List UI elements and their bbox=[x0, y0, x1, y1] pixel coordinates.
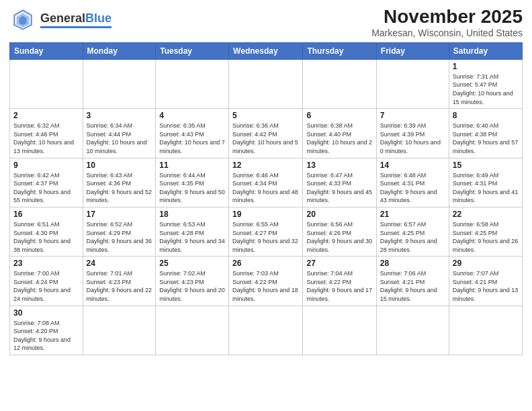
day-info: Sunrise: 6:55 AM Sunset: 4:27 PM Dayligh… bbox=[232, 220, 299, 254]
day-info: Sunrise: 6:36 AM Sunset: 4:42 PM Dayligh… bbox=[232, 122, 299, 155]
day-number: 18 bbox=[159, 210, 225, 219]
day-number: 22 bbox=[453, 210, 519, 219]
calendar-cell bbox=[156, 306, 229, 355]
day-info: Sunrise: 6:43 AM Sunset: 4:36 PM Dayligh… bbox=[87, 171, 152, 205]
calendar-cell: 22Sunrise: 6:58 AM Sunset: 4:25 PM Dayli… bbox=[449, 207, 522, 256]
day-number: 21 bbox=[380, 210, 445, 219]
column-header-thursday: Thursday bbox=[303, 42, 376, 59]
calendar-week-3: 9Sunrise: 6:42 AM Sunset: 4:37 PM Daylig… bbox=[10, 158, 523, 207]
day-info: Sunrise: 7:03 AM Sunset: 4:22 PM Dayligh… bbox=[232, 269, 299, 303]
calendar-cell: 9Sunrise: 6:42 AM Sunset: 4:37 PM Daylig… bbox=[10, 158, 83, 207]
day-info: Sunrise: 6:51 AM Sunset: 4:30 PM Dayligh… bbox=[13, 220, 79, 254]
calendar-cell bbox=[303, 306, 376, 355]
day-info: Sunrise: 6:38 AM Sunset: 4:40 PM Dayligh… bbox=[306, 122, 372, 155]
day-number: 13 bbox=[306, 161, 372, 170]
calendar-cell bbox=[156, 59, 229, 108]
month-title: November 2025 bbox=[371, 7, 523, 28]
day-number: 28 bbox=[380, 259, 445, 268]
calendar-header-row: SundayMondayTuesdayWednesdayThursdayFrid… bbox=[10, 42, 523, 59]
calendar-cell bbox=[376, 59, 449, 108]
column-header-saturday: Saturday bbox=[449, 42, 522, 59]
logo-name-line: GeneralBlue bbox=[40, 11, 112, 26]
calendar-cell: 7Sunrise: 6:39 AM Sunset: 4:39 PM Daylig… bbox=[376, 109, 449, 158]
logo-icon bbox=[9, 7, 36, 32]
day-number: 2 bbox=[13, 111, 79, 120]
header: GeneralBlue November 2025 Markesan, Wisc… bbox=[9, 7, 523, 38]
calendar-week-2: 2Sunrise: 6:32 AM Sunset: 4:46 PM Daylig… bbox=[10, 109, 523, 158]
calendar-cell: 13Sunrise: 6:47 AM Sunset: 4:33 PM Dayli… bbox=[303, 158, 376, 207]
day-number: 25 bbox=[159, 259, 225, 268]
day-info: Sunrise: 6:44 AM Sunset: 4:35 PM Dayligh… bbox=[159, 171, 225, 205]
day-info: Sunrise: 6:58 AM Sunset: 4:25 PM Dayligh… bbox=[453, 220, 519, 254]
column-header-friday: Friday bbox=[376, 42, 449, 59]
calendar-cell: 26Sunrise: 7:03 AM Sunset: 4:22 PM Dayli… bbox=[229, 257, 303, 306]
day-number: 3 bbox=[87, 111, 152, 120]
day-info: Sunrise: 6:46 AM Sunset: 4:34 PM Dayligh… bbox=[232, 171, 299, 205]
day-number: 6 bbox=[306, 111, 372, 120]
calendar-table: SundayMondayTuesdayWednesdayThursdayFrid… bbox=[9, 42, 523, 355]
calendar-cell bbox=[83, 59, 156, 108]
column-header-sunday: Sunday bbox=[10, 42, 83, 59]
day-number: 12 bbox=[232, 161, 299, 170]
day-number: 8 bbox=[453, 111, 519, 120]
day-info: Sunrise: 7:01 AM Sunset: 4:23 PM Dayligh… bbox=[87, 269, 152, 303]
day-number: 17 bbox=[87, 210, 152, 219]
day-number: 29 bbox=[453, 259, 519, 268]
logo-text-block: GeneralBlue bbox=[40, 11, 112, 28]
logo-underline bbox=[40, 26, 112, 28]
calendar-cell: 12Sunrise: 6:46 AM Sunset: 4:34 PM Dayli… bbox=[229, 158, 303, 207]
logo-general: General bbox=[40, 11, 85, 26]
day-number: 24 bbox=[87, 259, 152, 268]
day-info: Sunrise: 6:40 AM Sunset: 4:38 PM Dayligh… bbox=[453, 122, 519, 155]
day-info: Sunrise: 6:52 AM Sunset: 4:29 PM Dayligh… bbox=[87, 220, 152, 254]
day-info: Sunrise: 7:00 AM Sunset: 4:24 PM Dayligh… bbox=[13, 269, 79, 303]
calendar-cell bbox=[376, 306, 449, 355]
day-info: Sunrise: 6:42 AM Sunset: 4:37 PM Dayligh… bbox=[13, 171, 79, 205]
calendar-cell: 18Sunrise: 6:53 AM Sunset: 4:28 PM Dayli… bbox=[156, 207, 229, 256]
day-number: 1 bbox=[453, 62, 519, 71]
day-number: 5 bbox=[232, 111, 299, 120]
calendar-week-6: 30Sunrise: 7:08 AM Sunset: 4:20 PM Dayli… bbox=[10, 306, 523, 355]
day-number: 4 bbox=[159, 111, 225, 120]
calendar-cell bbox=[303, 59, 376, 108]
calendar-cell: 8Sunrise: 6:40 AM Sunset: 4:38 PM Daylig… bbox=[449, 109, 522, 158]
day-info: Sunrise: 6:57 AM Sunset: 4:25 PM Dayligh… bbox=[380, 220, 445, 254]
column-header-wednesday: Wednesday bbox=[229, 42, 303, 59]
day-number: 19 bbox=[232, 210, 299, 219]
day-info: Sunrise: 6:49 AM Sunset: 4:31 PM Dayligh… bbox=[453, 171, 519, 205]
day-info: Sunrise: 6:35 AM Sunset: 4:43 PM Dayligh… bbox=[159, 122, 225, 155]
calendar-cell: 6Sunrise: 6:38 AM Sunset: 4:40 PM Daylig… bbox=[303, 109, 376, 158]
calendar-cell: 17Sunrise: 6:52 AM Sunset: 4:29 PM Dayli… bbox=[83, 207, 156, 256]
day-number: 23 bbox=[13, 259, 79, 268]
calendar-cell: 4Sunrise: 6:35 AM Sunset: 4:43 PM Daylig… bbox=[156, 109, 229, 158]
calendar-cell: 10Sunrise: 6:43 AM Sunset: 4:36 PM Dayli… bbox=[83, 158, 156, 207]
calendar-cell bbox=[229, 306, 303, 355]
calendar-cell bbox=[10, 59, 83, 108]
calendar-cell: 29Sunrise: 7:07 AM Sunset: 4:21 PM Dayli… bbox=[449, 257, 522, 306]
calendar-week-4: 16Sunrise: 6:51 AM Sunset: 4:30 PM Dayli… bbox=[10, 207, 523, 256]
page: GeneralBlue November 2025 Markesan, Wisc… bbox=[0, 0, 532, 362]
day-info: Sunrise: 7:31 AM Sunset: 5:47 PM Dayligh… bbox=[453, 73, 519, 106]
calendar-cell: 23Sunrise: 7:00 AM Sunset: 4:24 PM Dayli… bbox=[10, 257, 83, 306]
calendar-cell: 25Sunrise: 7:02 AM Sunset: 4:23 PM Dayli… bbox=[156, 257, 229, 306]
day-info: Sunrise: 7:08 AM Sunset: 4:20 PM Dayligh… bbox=[13, 319, 79, 353]
calendar-cell: 20Sunrise: 6:56 AM Sunset: 4:26 PM Dayli… bbox=[303, 207, 376, 256]
day-info: Sunrise: 6:39 AM Sunset: 4:39 PM Dayligh… bbox=[380, 122, 445, 155]
calendar-cell: 16Sunrise: 6:51 AM Sunset: 4:30 PM Dayli… bbox=[10, 207, 83, 256]
day-info: Sunrise: 6:48 AM Sunset: 4:31 PM Dayligh… bbox=[380, 171, 445, 205]
calendar-cell: 2Sunrise: 6:32 AM Sunset: 4:46 PM Daylig… bbox=[10, 109, 83, 158]
column-header-tuesday: Tuesday bbox=[156, 42, 229, 59]
day-number: 10 bbox=[87, 161, 152, 170]
calendar-cell: 14Sunrise: 6:48 AM Sunset: 4:31 PM Dayli… bbox=[376, 158, 449, 207]
calendar-cell: 19Sunrise: 6:55 AM Sunset: 4:27 PM Dayli… bbox=[229, 207, 303, 256]
day-info: Sunrise: 6:56 AM Sunset: 4:26 PM Dayligh… bbox=[306, 220, 372, 254]
calendar-cell: 24Sunrise: 7:01 AM Sunset: 4:23 PM Dayli… bbox=[83, 257, 156, 306]
calendar-cell: 15Sunrise: 6:49 AM Sunset: 4:31 PM Dayli… bbox=[449, 158, 522, 207]
calendar-cell bbox=[229, 59, 303, 108]
subtitle: Markesan, Wisconsin, United States bbox=[371, 28, 523, 38]
day-number: 30 bbox=[13, 308, 79, 318]
calendar-cell: 1Sunrise: 7:31 AM Sunset: 5:47 PM Daylig… bbox=[449, 59, 522, 108]
day-number: 26 bbox=[232, 259, 299, 268]
day-info: Sunrise: 7:04 AM Sunset: 4:22 PM Dayligh… bbox=[306, 269, 372, 303]
day-info: Sunrise: 6:32 AM Sunset: 4:46 PM Dayligh… bbox=[13, 122, 79, 155]
